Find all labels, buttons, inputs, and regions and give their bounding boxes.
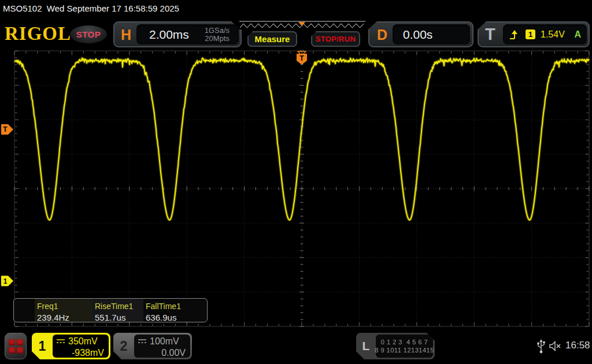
measurement-freq: Freq1 239.4Hz bbox=[35, 299, 92, 322]
channel-1-position-marker[interactable]: 1 bbox=[1, 276, 13, 286]
measurement-falltime: FallTime1 636.9us bbox=[143, 299, 201, 322]
channel-1-badge[interactable]: 1 350mV -938mV bbox=[32, 333, 110, 359]
channel-2-offset: 0.00V bbox=[138, 348, 186, 358]
measurement-value: 636.9us bbox=[146, 313, 201, 322]
measurements-panel[interactable]: Freq1 239.4Hz RiseTime1 551.7us FallTime… bbox=[13, 298, 208, 322]
svg-text:1: 1 bbox=[3, 277, 8, 285]
measurement-risetime: RiseTime1 551.7us bbox=[92, 299, 143, 322]
digital-channels-badge[interactable]: L 0 1 2 3 4 5 6 7 8 9 1011 12131415 bbox=[356, 333, 435, 359]
measurement-label: FallTime1 bbox=[146, 302, 201, 311]
red-grid-menu-icon bbox=[9, 339, 23, 354]
channel-2-panel: 100mV 0.00V bbox=[134, 335, 190, 358]
channel-1-panel: 350mV -938mV bbox=[53, 335, 109, 358]
channel-1-scale: 350mV bbox=[68, 336, 98, 347]
measurement-label: RiseTime1 bbox=[95, 302, 143, 311]
measurement-value: 239.4Hz bbox=[37, 313, 92, 322]
dc-coupling-icon bbox=[56, 339, 65, 344]
speaker-muted-icon bbox=[548, 340, 562, 352]
svg-text:T: T bbox=[299, 54, 304, 62]
measurement-value: 551.7us bbox=[95, 313, 143, 322]
digital-row-1: 0 1 2 3 4 5 6 7 bbox=[381, 338, 428, 346]
menu-button[interactable] bbox=[5, 333, 27, 359]
channel-2-badge[interactable]: 2 100mV 0.00V bbox=[113, 333, 192, 359]
channel-2-scale: 100mV bbox=[150, 336, 179, 347]
digital-row-2: 8 9 1011 12131415 bbox=[375, 346, 434, 354]
channel-1-offset: -938mV bbox=[56, 348, 104, 358]
trigger-level-marker[interactable]: T bbox=[1, 124, 13, 135]
digital-channels-panel: 0 1 2 3 4 5 6 7 8 9 1011 12131415 bbox=[376, 335, 433, 358]
measurement-label: Freq1 bbox=[37, 302, 92, 311]
clock: 16:58 bbox=[565, 340, 590, 351]
usb-icon bbox=[536, 338, 546, 354]
svg-text:T: T bbox=[3, 125, 8, 133]
dc-coupling-icon bbox=[138, 339, 147, 344]
